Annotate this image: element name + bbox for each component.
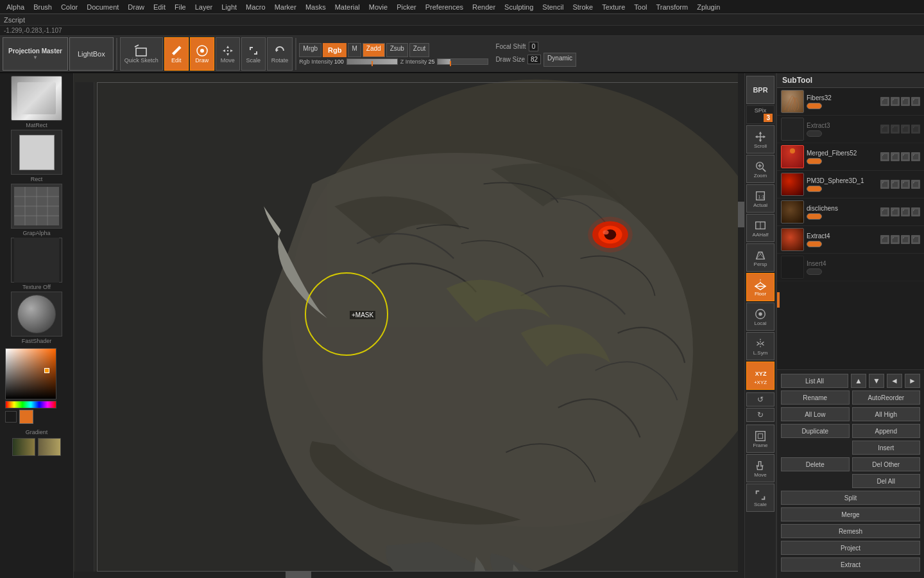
all-high-button[interactable]: All High <box>852 407 921 421</box>
pm3d-sphere-action-4[interactable]: ⬛ <box>911 180 920 189</box>
menu-picker[interactable]: Picker <box>393 2 420 12</box>
quick-sketch-button[interactable]: Quick Sketch <box>120 37 163 71</box>
aahalf-button[interactable]: AAHalf <box>746 214 774 242</box>
gradient-swatch-1[interactable] <box>12 438 35 456</box>
merged-fibers52-action-1[interactable]: ⬛ <box>880 152 889 161</box>
extract3-action-2[interactable]: ⬛ <box>891 125 900 134</box>
xyz-button[interactable]: XYZ +XYZ <box>746 362 774 390</box>
zscript-label[interactable]: Zscript <box>4 16 25 24</box>
merged-fibers52-action-4[interactable]: ⬛ <box>911 152 920 161</box>
fibers32-action-4[interactable]: ⬛ <box>911 97 920 106</box>
menu-preferences[interactable]: Preferences <box>422 2 467 12</box>
lsym-button[interactable]: L.Sym <box>746 332 774 360</box>
project-button[interactable]: Project <box>781 541 920 555</box>
del-all-button[interactable]: Del All <box>852 474 921 488</box>
menu-material[interactable]: Material <box>331 2 364 12</box>
lightbox-button[interactable]: LightBox <box>69 37 114 71</box>
list-all-button[interactable]: List All <box>781 374 848 388</box>
dynamic-button[interactable]: Dynamic <box>543 53 576 67</box>
menu-tool[interactable]: Tool <box>630 2 651 12</box>
menu-stencil[interactable]: Stencil <box>538 2 567 12</box>
persp-button[interactable]: Persp <box>746 243 774 272</box>
menu-document[interactable]: Document <box>83 2 123 12</box>
extract3-action-1[interactable]: ⬛ <box>880 125 889 134</box>
scroll-button[interactable]: Scroll <box>746 125 774 153</box>
rgb-active-button[interactable]: Rgb <box>323 43 346 57</box>
disclichens-action-1[interactable]: ⬛ <box>880 207 889 216</box>
duplicate-button[interactable]: Duplicate <box>781 424 850 438</box>
subtool-disclichens[interactable]: disclichens ⬛ ⬛ ⬛ ⬛ <box>777 198 924 226</box>
remesh-button[interactable]: Remesh <box>781 524 920 538</box>
menu-texture[interactable]: Texture <box>598 2 629 12</box>
canvas-area[interactable]: +MASK <box>74 73 744 578</box>
menu-movie[interactable]: Movie <box>365 2 391 12</box>
primary-color[interactable] <box>19 410 33 424</box>
draw-button[interactable]: Draw <box>190 37 214 71</box>
merged-fibers52-toggle[interactable] <box>807 158 822 164</box>
zadd-button[interactable]: Zadd <box>363 43 385 57</box>
fibers32-action-2[interactable]: ⬛ <box>891 97 900 106</box>
subtool-insert4[interactable]: Insert4 <box>777 254 924 281</box>
disclichens-toggle[interactable] <box>807 213 822 220</box>
alpha-swatch[interactable]: GrapAlpha <box>3 184 71 236</box>
menu-alpha[interactable]: Alpha <box>3 2 28 12</box>
arrow-up-button[interactable]: ▲ <box>851 374 866 388</box>
menu-transform[interactable]: Transform <box>652 2 692 12</box>
rename-button[interactable]: Rename <box>781 390 850 405</box>
zoom-button[interactable]: Zoom <box>746 155 774 183</box>
extract4-action-2[interactable]: ⬛ <box>891 235 900 244</box>
menu-render[interactable]: Render <box>468 2 499 12</box>
actual-button[interactable]: 1:1 Actual <box>746 184 774 213</box>
insert-button[interactable]: Insert <box>852 441 921 455</box>
secondary-color[interactable] <box>5 411 17 423</box>
menu-layer[interactable]: Layer <box>191 2 217 12</box>
viewport[interactable]: +MASK <box>74 73 744 578</box>
disclichens-action-4[interactable]: ⬛ <box>911 207 920 216</box>
vertical-scrollbar-thumb[interactable] <box>738 202 744 227</box>
zsub-button[interactable]: Zsub <box>386 43 408 57</box>
extract3-action-3[interactable]: ⬛ <box>901 125 910 134</box>
menu-file[interactable]: File <box>171 2 190 12</box>
extract4-action-1[interactable]: ⬛ <box>880 235 889 244</box>
extract3-action-4[interactable]: ⬛ <box>911 125 920 134</box>
color-picker[interactable] <box>3 346 71 426</box>
color-gradient[interactable] <box>5 348 56 399</box>
zcut-button[interactable]: Zcut <box>409 43 429 57</box>
gradient-swatch-2[interactable] <box>38 438 61 456</box>
merged-fibers52-action-2[interactable]: ⬛ <box>891 152 900 161</box>
scale-button[interactable]: Scale <box>241 37 266 71</box>
projection-master-button[interactable]: Projection Master ▼ <box>3 37 68 71</box>
pm3d-sphere-toggle[interactable] <box>807 186 822 192</box>
menu-masks[interactable]: Masks <box>302 2 330 12</box>
menu-edit[interactable]: Edit <box>150 2 169 12</box>
mrgb-button[interactable]: Mrgb <box>299 43 321 57</box>
fastshader-swatch[interactable]: FastShader <box>3 292 71 344</box>
subtool-extract4[interactable]: Extract4 ⬛ ⬛ ⬛ ⬛ <box>777 226 924 254</box>
menu-sculpting[interactable]: Sculpting <box>501 2 537 12</box>
arrow-right-button[interactable]: ► <box>905 374 920 388</box>
rotate-right-button[interactable]: ↻ <box>746 408 774 422</box>
arrow-left-button[interactable]: ◄ <box>887 374 902 388</box>
m-button[interactable]: M <box>348 43 361 57</box>
extract4-toggle[interactable] <box>807 241 822 247</box>
pm3d-sphere-action-1[interactable]: ⬛ <box>880 180 889 189</box>
fibers32-action-1[interactable]: ⬛ <box>880 97 889 106</box>
subtool-extract3[interactable]: Extract3 ⬛ ⬛ ⬛ ⬛ <box>777 116 924 143</box>
autoreorder-button[interactable]: AutoReorder <box>852 390 921 405</box>
subtool-merged-fibers52[interactable]: Merged_Fibers52 ⬛ ⬛ ⬛ ⬛ <box>777 143 924 171</box>
horizontal-scrollbar-thumb[interactable] <box>286 572 311 578</box>
rgb-intensity-slider[interactable] <box>346 58 398 65</box>
edit-button[interactable]: Edit <box>164 37 189 71</box>
rect-swatch[interactable]: Rect <box>3 130 71 182</box>
menu-color[interactable]: Color <box>57 2 81 12</box>
extract4-action-4[interactable]: ⬛ <box>911 235 920 244</box>
move-tool-button[interactable]: Move <box>746 454 774 482</box>
texture-swatch[interactable]: Texture Off <box>3 238 71 290</box>
menu-macro[interactable]: Macro <box>242 2 270 12</box>
bpr-button[interactable]: BPR <box>746 76 774 104</box>
scale-tool-button[interactable]: Scale <box>746 484 774 512</box>
rotate-left-button[interactable]: ↺ <box>746 392 774 407</box>
z-intensity-slider[interactable] <box>437 58 488 65</box>
insert4-toggle[interactable] <box>807 268 822 275</box>
menu-draw[interactable]: Draw <box>124 2 148 12</box>
